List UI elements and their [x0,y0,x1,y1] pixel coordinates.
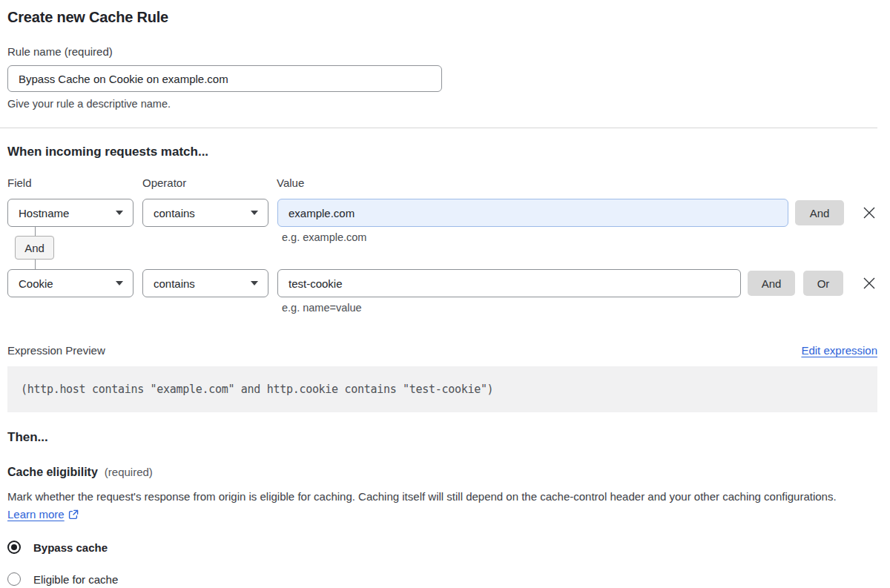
operator-column-label: Operator [142,176,277,189]
or-button-row-2[interactable]: Or [803,271,843,296]
value-hint-1: e.g. example.com [282,231,366,243]
radio-eligible-for-cache-label: Eligible for cache [33,573,118,586]
rule-name-input[interactable]: Bypass Cache on Cookie on example.com [7,65,442,92]
radio-bypass-cache-label: Bypass cache [33,541,108,554]
operator-select-1[interactable]: contains [142,199,268,227]
and-button-row-1[interactable]: And [795,200,844,225]
operator-select-2-value: contains [154,277,195,290]
close-icon [863,206,876,219]
field-select-2[interactable]: Cookie [7,269,134,297]
chevron-down-icon [116,281,123,285]
connector-zone: And e.g. example.com [7,227,877,269]
connector-and-chip[interactable]: And [15,236,54,260]
field-select-1[interactable]: Hostname [7,199,134,227]
radio-unselected-icon[interactable] [7,572,21,586]
external-link-icon [68,509,79,520]
cache-eligibility-heading-row: Cache eligibility (required) [7,466,877,479]
condition-column-labels: Field Operator Value [7,176,877,189]
value-input-2[interactable]: test-cookie [277,269,741,297]
remove-condition-1-button[interactable] [861,205,877,221]
rule-name-value: Bypass Cache on Cookie on example.com [19,73,228,85]
rule-name-label: Rule name (required) [7,46,877,58]
expression-header: Expression Preview Edit expression [7,344,877,357]
expression-code: (http.host contains "example.com" and ht… [21,383,493,396]
remove-condition-2-button[interactable] [861,275,877,291]
radio-selected-icon[interactable] [7,541,21,554]
chevron-down-icon [251,211,258,215]
cache-eligibility-description: Mark whether the request's response from… [7,488,868,523]
value-column-label: Value [277,176,304,189]
chevron-down-icon [116,211,123,215]
condition-row-2: Cookie contains test-cookie And Or [7,269,877,297]
edit-expression-link[interactable]: Edit expression [801,344,877,357]
operator-select-2[interactable]: contains [142,269,268,297]
rule-name-helper: Give your rule a descriptive name. [7,98,877,110]
value-input-1-text: example.com [289,207,355,219]
learn-more-link[interactable]: Learn more [7,508,79,521]
learn-more-text: Learn more [7,508,65,521]
match-heading: When incoming requests match... [7,145,877,159]
close-icon [863,277,876,290]
page-title: Create new Cache Rule [7,8,877,26]
field-column-label: Field [7,176,142,189]
radio-eligible-for-cache[interactable]: Eligible for cache [7,572,877,586]
value-hint-2: e.g. name=value [282,302,877,314]
value-input-1[interactable]: example.com [277,199,788,227]
radio-bypass-cache[interactable]: Bypass cache [7,541,877,554]
then-heading: Then... [7,431,877,444]
expression-code-block: (http.host contains "example.com" and ht… [7,366,877,412]
operator-select-1-value: contains [154,207,195,219]
create-cache-rule-page: Create new Cache Rule Rule name (require… [0,0,890,588]
expression-preview-label: Expression Preview [7,344,105,357]
section-divider [0,128,877,128]
description-text: Mark whether the request's response from… [7,490,837,503]
and-button-row-2[interactable]: And [748,271,795,296]
required-note: (required) [105,466,153,478]
field-select-2-value: Cookie [19,277,53,290]
chevron-down-icon [251,281,258,285]
field-select-1-value: Hostname [19,207,69,219]
cache-eligibility-label: Cache eligibility [7,466,98,479]
value-input-2-text: test-cookie [289,277,343,290]
condition-row-1: Hostname contains example.com And [7,199,877,227]
